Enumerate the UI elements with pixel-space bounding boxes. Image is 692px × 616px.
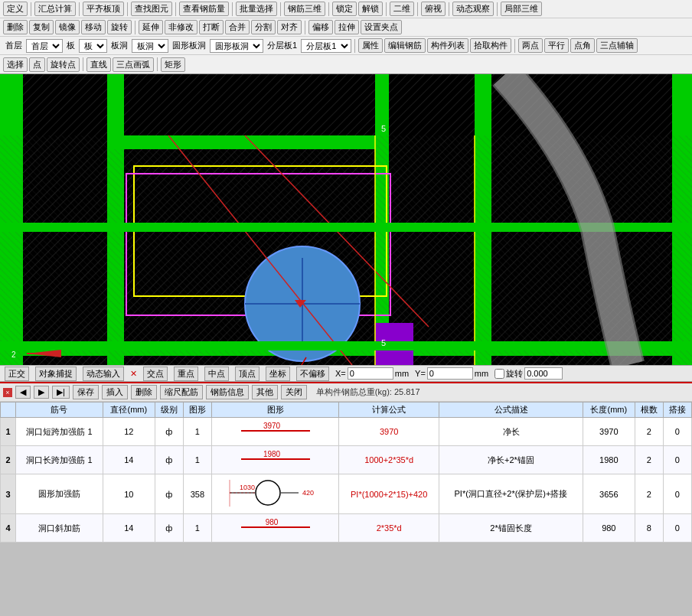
property-btn[interactable]: 属性 xyxy=(358,38,383,53)
local-3d-btn[interactable]: 局部三维 xyxy=(501,2,542,16)
rotate-input[interactable] xyxy=(524,367,563,380)
lock-btn[interactable]: 锁定 xyxy=(332,2,357,16)
panel-close-btn[interactable]: × xyxy=(3,388,12,397)
row-3-grade: ф xyxy=(155,474,183,514)
split-btn[interactable]: 分割 xyxy=(251,20,276,34)
sep-17 xyxy=(157,57,158,71)
close-panel-btn[interactable]: 关闭 xyxy=(281,385,307,399)
rebar-3d-btn[interactable]: 钢筋三维 xyxy=(284,2,325,16)
calc-btn[interactable]: 汇总计算 xyxy=(34,2,76,16)
mirror-btn[interactable]: 镜像 xyxy=(55,20,80,34)
component-list-btn[interactable]: 构件列表 xyxy=(427,38,468,53)
set-point-btn[interactable]: 设置夹点 xyxy=(361,20,402,34)
center-btn[interactable]: 中点 xyxy=(204,367,229,381)
rebar-save-btn[interactable]: 保存 xyxy=(73,385,99,399)
bird-view-btn[interactable]: 俯视 xyxy=(421,2,446,16)
view-rebar-btn[interactable]: 查看钢筋量 xyxy=(179,2,229,16)
intersection-btn[interactable]: 交点 xyxy=(143,367,168,381)
col-desc: 公式描述 xyxy=(439,403,583,418)
intersection-icon[interactable]: ✕ xyxy=(130,369,137,379)
snap-btn[interactable]: 对象捕捉 xyxy=(35,367,77,381)
pull-btn[interactable]: 拉伸 xyxy=(335,20,359,34)
rebar-next-btn[interactable]: ▶| xyxy=(52,386,70,399)
rebar-insert-btn[interactable]: 插入 xyxy=(102,385,128,399)
svg-text:1980: 1980 xyxy=(263,450,280,458)
midpoint-btn[interactable]: 重点 xyxy=(174,367,198,381)
rect-btn[interactable]: 矩形 xyxy=(161,57,185,72)
select-btn[interactable]: 选择 xyxy=(3,57,28,72)
ortho-btn[interactable]: 正交 xyxy=(5,367,29,381)
sep-3 xyxy=(127,2,128,16)
offset-btn[interactable]: 偏移 xyxy=(308,20,333,34)
2d-btn[interactable]: 二维 xyxy=(390,2,414,16)
point-angle-btn[interactable]: 点角 xyxy=(570,38,595,53)
other-btn[interactable]: 其他 xyxy=(252,385,278,399)
svg-text:5: 5 xyxy=(381,124,386,133)
merge-btn[interactable]: 合并 xyxy=(225,20,250,34)
rebar-info-btn[interactable]: 钢筋信息 xyxy=(206,385,249,399)
batch-select-btn[interactable]: 批量选择 xyxy=(236,2,277,16)
pick-component-btn[interactable]: 拾取构件 xyxy=(470,38,511,53)
cad-drawing[interactable]: 5 5 2 xyxy=(0,74,692,365)
toolbar-area: 定义 汇总计算 平齐板顶 查找图元 查看钢筋量 批量选择 钢筋三维 锁定 解锁 … xyxy=(0,0,692,74)
two-point-btn[interactable]: 两点 xyxy=(518,38,543,53)
scale-match-btn[interactable]: 缩尺配筋 xyxy=(160,385,203,399)
level-select[interactable]: 分层板1 xyxy=(301,39,351,53)
point-btn[interactable]: 点 xyxy=(29,57,45,72)
rebar-delete-btn[interactable]: 删除 xyxy=(131,385,157,399)
shape-label: 圆形板洞 xyxy=(170,40,208,51)
flatten-btn[interactable]: 平齐板顶 xyxy=(83,2,124,16)
parallel-btn[interactable]: 平行 xyxy=(544,38,569,53)
coord-btn[interactable]: 坐标 xyxy=(266,367,290,381)
subtype-label: 板洞 xyxy=(109,40,130,51)
y-input[interactable] xyxy=(427,367,473,380)
arc-btn[interactable]: 三点画弧 xyxy=(113,57,154,72)
line-btn[interactable]: 直线 xyxy=(86,57,111,72)
cad-canvas-area[interactable]: 5 5 2 xyxy=(0,74,692,365)
type-select[interactable]: 板 xyxy=(79,39,107,53)
x-input[interactable] xyxy=(348,367,393,380)
rotate-label: 旋转 xyxy=(506,368,523,380)
row-3-formula: PI*(1000+2*15)+420 xyxy=(339,474,439,514)
delete-btn[interactable]: 删除 xyxy=(3,20,28,34)
table-row: 4 洞口斜加筋 14 ф 1 980 2*35*d 2*锚固长度 980 8 xyxy=(1,514,692,543)
extend-btn[interactable]: 延伸 xyxy=(139,20,163,34)
col-shape-img: 图形 xyxy=(211,403,338,418)
floor-select[interactable]: 首层 xyxy=(26,39,63,53)
edit-rebar-btn[interactable]: 编辑钢筋 xyxy=(384,38,426,53)
row-2-num: 2 xyxy=(1,446,16,474)
move-btn[interactable]: 移动 xyxy=(81,20,106,34)
rotate-btn[interactable]: 旋转 xyxy=(107,20,132,34)
type-label: 板 xyxy=(64,40,77,51)
define-btn[interactable]: 定义 xyxy=(3,2,28,16)
rebar-prev-btn[interactable]: ◀ xyxy=(15,386,31,399)
sep-6 xyxy=(280,2,281,16)
shape-select[interactable]: 圆形板洞 xyxy=(210,39,263,53)
no-modify-btn[interactable]: 非修改 xyxy=(165,20,197,34)
rotate-point-btn[interactable]: 旋转点 xyxy=(47,57,80,72)
dynamic-view-btn[interactable]: 动态观察 xyxy=(452,2,494,16)
row-1-desc: 净长 xyxy=(439,418,583,446)
row-3-length: 3656 xyxy=(583,474,635,514)
rotate-checkbox[interactable] xyxy=(495,369,504,379)
sep-11 xyxy=(497,2,498,16)
vertex-btn[interactable]: 顶点 xyxy=(235,367,260,381)
three-point-axis-btn[interactable]: 三点辅轴 xyxy=(596,38,638,53)
col-overlap: 搭接 xyxy=(663,403,691,418)
row-1-num: 1 xyxy=(1,418,16,446)
sep-10 xyxy=(449,2,449,16)
copy-btn[interactable]: 复制 xyxy=(29,20,54,34)
unlock-btn[interactable]: 解锁 xyxy=(358,2,383,16)
no-offset-btn[interactable]: 不偏移 xyxy=(296,367,329,381)
find-elem-btn[interactable]: 查找图元 xyxy=(131,2,172,16)
subtype-select[interactable]: 板洞 xyxy=(132,39,168,53)
rebar-play-btn[interactable]: ▶ xyxy=(34,386,49,399)
dynamic-input-btn[interactable]: 动态输入 xyxy=(83,367,124,381)
row-2-length: 1980 xyxy=(583,446,635,474)
row-4-grade: ф xyxy=(155,514,183,543)
break-btn[interactable]: 打断 xyxy=(199,20,224,34)
toolbar-row-1: 定义 汇总计算 平齐板顶 查找图元 查看钢筋量 批量选择 钢筋三维 锁定 解锁 … xyxy=(0,0,692,18)
row-3-diameter: 10 xyxy=(103,474,155,514)
sep-5 xyxy=(232,2,233,16)
align-btn[interactable]: 对齐 xyxy=(277,20,302,34)
